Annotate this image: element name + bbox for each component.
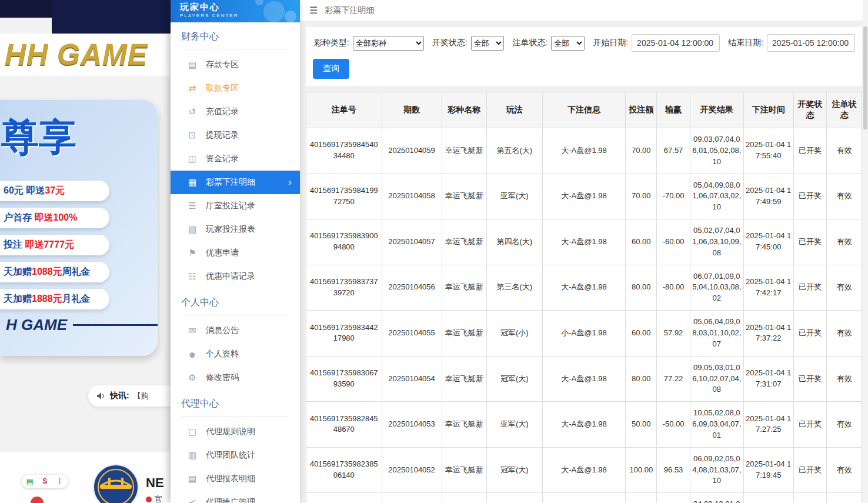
sidebar-item-deposit-zone[interactable]: ▤存款专区 xyxy=(171,53,300,76)
table-cell: 幸运飞艇新 xyxy=(442,174,487,219)
sidebar-item-change-password[interactable]: ⚙修改密码 xyxy=(171,366,300,389)
table-cell: 幸运飞艇新 xyxy=(442,265,487,311)
withdraw-zone-icon: ⇄ xyxy=(186,83,199,94)
table-cell: 已开奖 xyxy=(793,219,827,265)
table-cell: 2025-01-04 17:49:59 xyxy=(743,174,793,219)
table-cell: -50.00 xyxy=(657,402,690,448)
table-cell: 已开奖 xyxy=(793,174,827,219)
quick-links-chip[interactable]: ▤ S ⋮ xyxy=(21,474,68,488)
hamburger-menu-icon[interactable]: ☰ xyxy=(309,5,318,16)
ticker-text: 【购 xyxy=(133,391,149,401)
column-header: 输赢 xyxy=(657,92,690,128)
agent-promotion-icon: ≺ xyxy=(186,497,199,503)
main-panel: ☰ 彩票下注明细 彩种类型: 全部彩种 开奖状态: 全部 注单状态: 全部 xyxy=(300,0,868,503)
table-cell: 09,05,03,01,06,10,02,07,04,08 xyxy=(690,356,743,402)
table-cell: 20250104054 xyxy=(382,356,442,402)
promo-footer-logo-text: H GAME xyxy=(6,316,67,334)
sidebar-item-label: 存款专区 xyxy=(206,59,239,70)
draw-status-select[interactable]: 全部 xyxy=(471,36,505,51)
sidebar-subtitle: PLAYERS CENTER xyxy=(180,13,300,18)
sidebar-item-player-bet-reports[interactable]: ▧玩家投注报表 xyxy=(171,218,300,241)
table-cell: 亚军(大) xyxy=(487,402,543,448)
sidebar-item-label: 代理报表明细 xyxy=(206,474,255,484)
table-row: 40156917359830679359020250104054幸运飞艇新冠军(… xyxy=(306,356,862,402)
column-header: 投注额 xyxy=(626,92,657,128)
sidebar-title: 玩家中心 xyxy=(180,2,300,13)
table-cell: 有效 xyxy=(827,219,862,265)
table-cell: 大-A盘@1.98 xyxy=(542,265,626,311)
lottery-type-select[interactable]: 全部彩种 xyxy=(353,36,424,51)
table-cell: 冠军(小) xyxy=(487,311,543,357)
table-cell: 有效 xyxy=(827,402,862,448)
team-sub: 官 xyxy=(146,494,162,503)
team-logo xyxy=(92,464,139,503)
table-cell: 2025-01-04 17:37:22 xyxy=(743,311,793,357)
table-cell: 50.00 xyxy=(626,402,657,448)
sidebar-header: 玩家中心 PLAYERS CENTER xyxy=(171,0,300,22)
table-cell: 77.22 xyxy=(657,356,690,402)
table-header-row: 注单号期数彩种名称玩法下注信息投注额输赢开奖结果下注时间开奖状态注单状态 xyxy=(306,92,862,128)
table-cell: 亚军(大) xyxy=(487,493,543,503)
sidebar-item-agent-team-stats[interactable]: ▥代理团队统计 xyxy=(171,444,300,467)
sidebar-item-promo-application-records[interactable]: ☷优惠申请记录 xyxy=(171,265,300,288)
table-cell: 幸运飞艇新 xyxy=(442,311,487,357)
table-row: 40156917359834421798020250104055幸运飞艇新冠军(… xyxy=(306,311,862,357)
search-button[interactable]: 查询 xyxy=(313,59,349,79)
messages-icon: ✉ xyxy=(186,325,199,336)
table-cell: 冠军(大) xyxy=(487,356,543,402)
promo-application-icon: ⚑ xyxy=(186,248,199,258)
sidebar-item-hall-bet-records[interactable]: ☰厅室投注记录 xyxy=(171,194,300,218)
sidebar-item-messages[interactable]: ✉消息公告 xyxy=(171,319,300,342)
sidebar-item-label: 取款专区 xyxy=(206,83,239,94)
sidebar-item-lottery-bet-details[interactable]: ▦彩票下注明细› xyxy=(171,171,300,194)
sidebar-item-profile[interactable]: ☻个人资料 xyxy=(171,342,300,366)
main-content: 彩种类型: 全部彩种 开奖状态: 全部 注单状态: 全部 开始日期: 结束日期: xyxy=(300,21,868,503)
end-date-input[interactable] xyxy=(767,34,855,52)
table-cell: 401569173598373739720 xyxy=(306,265,382,311)
draw-status-label: 开奖状态: xyxy=(432,38,468,48)
deposit-zone-icon: ▤ xyxy=(186,59,199,70)
sidebar-item-withdraw-zone[interactable]: ⇄取款专区 xyxy=(171,76,300,100)
table-cell: 幸运飞艇新 xyxy=(442,493,487,503)
table-cell: 60.00 xyxy=(626,219,657,265)
table-cell: 80.00 xyxy=(626,356,657,402)
table-cell: -80.00 xyxy=(657,265,690,311)
table-body: 40156917359845403448020250104059幸运飞艇新第五名… xyxy=(306,128,862,503)
column-header: 彩种名称 xyxy=(442,92,487,128)
floating-red-badge[interactable] xyxy=(31,497,44,503)
sidebar-item-withdrawal-records[interactable]: ⊡提现记录 xyxy=(171,124,300,147)
sidebar-item-promo-application[interactable]: ⚑优惠申请 xyxy=(171,241,300,265)
sidebar-item-agent-report-details[interactable]: ▤代理报表明细 xyxy=(171,467,300,491)
sidebar-item-label: 彩票下注明细 xyxy=(206,177,255,188)
hall-bet-records-icon: ☰ xyxy=(186,201,199,211)
start-date-input[interactable] xyxy=(632,34,720,52)
news-ticker[interactable]: 快讯: 【购 xyxy=(88,385,171,407)
table-cell: 401569173598390094800 xyxy=(306,219,382,265)
sidebar-item-agent-rules[interactable]: ▢代理规则说明 xyxy=(171,420,300,444)
table-cell: 已开奖 xyxy=(793,265,827,311)
sidebar-item-label: 优惠申请 xyxy=(206,248,239,258)
player-bet-reports-icon: ▧ xyxy=(186,224,199,235)
table-cell: 已开奖 xyxy=(793,402,827,448)
window-scrollbar[interactable] xyxy=(863,0,868,503)
table-cell: 有效 xyxy=(827,265,862,311)
table-cell: 20250104052 xyxy=(382,447,442,493)
table-row: 40156917359828454867020250104053幸运飞艇新亚军(… xyxy=(306,402,862,448)
table-cell: 100.00 xyxy=(626,447,657,493)
scrollbar-thumb[interactable] xyxy=(863,26,867,129)
promo-panel: 尊享 60元 即送37元户首存 即送100%投注 即送7777元天加赠1088元… xyxy=(0,100,158,356)
column-header: 下注时间 xyxy=(743,92,793,128)
sidebar-item-agent-promotion[interactable]: ≺代理推广管理 xyxy=(171,491,300,503)
sidebar-item-funds-records[interactable]: ◫资金记录 xyxy=(171,147,300,171)
red-dot-icon xyxy=(146,497,152,502)
sidebar-item-recharge-records[interactable]: ↺充值记录 xyxy=(171,100,300,124)
bet-status-select[interactable]: 全部 xyxy=(551,36,585,51)
promo-badges: 60元 即送37元户首存 即送100%投注 即送7777元天加赠1088元周礼金… xyxy=(0,181,158,309)
table-cell: 有效 xyxy=(827,447,862,493)
table-cell: 已开奖 xyxy=(793,493,827,503)
promo-badge: 天加赠1888元月礼金 xyxy=(0,289,109,309)
change-password-icon: ⚙ xyxy=(186,372,199,383)
table-cell: 57.92 xyxy=(657,311,690,357)
promo-badge: 60元 即送37元 xyxy=(0,181,109,201)
chevron-right-icon: › xyxy=(288,176,292,188)
